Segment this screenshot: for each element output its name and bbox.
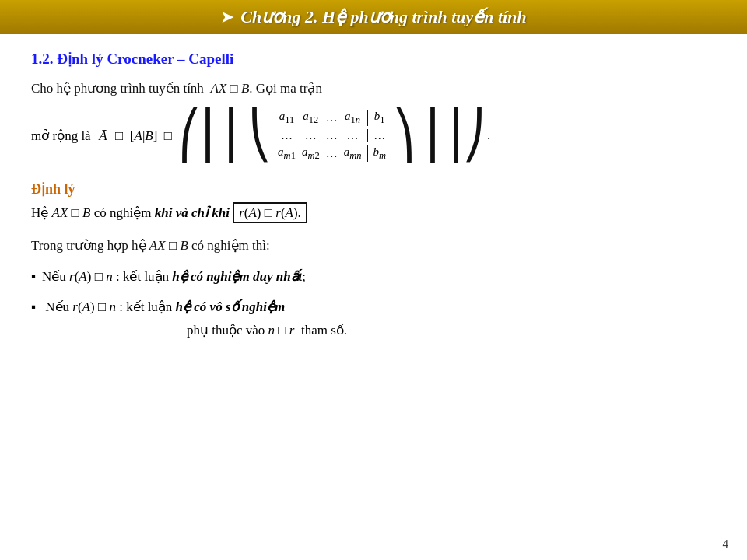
theorem-bold-italic: khi và chỉ khi [155, 205, 230, 220]
a-bar-label: Ā [99, 128, 107, 143]
header: ➤ Chương 2. Hệ phương trình tuyến tính [0, 0, 747, 34]
matrix-cell: … [302, 129, 320, 142]
matrix-table: a11 a12 … a1n b1 … … … … … [272, 107, 392, 165]
theorem-boxed: r(A) □ r(A). [233, 202, 307, 223]
matrix-cell: a1n [344, 110, 362, 126]
case-2-conclusion: hệ có vô số nghiệm [176, 299, 286, 314]
matrix-cell: b1 [367, 110, 386, 126]
theorem-title: Định lý [31, 180, 716, 198]
table-row: … … … … … [278, 129, 386, 142]
matrix-cell: … [326, 110, 338, 126]
case-2-subtext: phụ thuộc vào n □ r tham số. [187, 320, 347, 341]
case-intro-text: Trong trường hợp hệ [31, 238, 149, 253]
matrix-cell: … [278, 129, 296, 142]
theorem-ax-b: AX □ B [52, 205, 91, 220]
dot-after-matrix: . [487, 128, 490, 143]
header-title: Chương 2. Hệ phương trình tuyến tính [240, 7, 527, 27]
bullet-2-icon: ▪ [31, 299, 36, 314]
case-2-line1: ▪ Nếu r(A) □ n : kết luận hệ có vô số ng… [31, 296, 285, 317]
case-ax-b: AX □ B [149, 238, 188, 253]
matrix-cell: … [326, 145, 338, 162]
matrix-section: mở rộng là Ā □ [A|B] □ ⎛⎜⎜⎝ a11 a12 … a… [31, 107, 716, 165]
case-1-item: ▪ Nếu r(A) □ n : kết luận hệ có nghiệm d… [31, 266, 716, 287]
right-bracket-icon: ⎞⎟⎟⎠ [392, 112, 486, 159]
case-1-text: Nếu r(A) □ n : kết luận hệ có nghiệm duy… [42, 266, 306, 287]
ax-eq-b-intro: AX □ B [210, 81, 249, 96]
matrix-cell: … [344, 129, 362, 142]
intro-paragraph: Cho hệ phương trình tuyến tính AX □ B. G… [31, 79, 716, 99]
matrix-cell: bm [367, 145, 386, 162]
matrix-cell: … [326, 129, 338, 142]
matrix-cell: am2 [302, 145, 320, 162]
page-number: 4 [723, 537, 729, 551]
section-name: Định lý Crocneker – Capelli [57, 51, 233, 67]
case-intro-paragraph: Trong trường hợp hệ AX □ B có nghiệm thì… [31, 236, 716, 256]
header-arrow-icon: ➤ [220, 7, 234, 27]
goi-text: . Gọi ma trận [249, 81, 322, 96]
matrix-cell: amn [344, 145, 362, 162]
matrix-cell: am1 [278, 145, 296, 162]
theorem-body: Hệ AX □ B có nghiệm khi và chỉ khi r(A) … [31, 202, 716, 223]
case-2-text: Nếu r(A) □ n : kết luận hệ có vô số nghi… [45, 299, 285, 314]
mo-rong-label: mở rộng là Ā □ [A|B] □ [31, 128, 172, 144]
section-number: 1.2. [31, 51, 54, 67]
slide: ➤ Chương 2. Hệ phương trình tuyến tính 1… [0, 0, 747, 560]
theorem-section: Định lý Hệ AX □ B có nghiệm khi và chỉ k… [31, 180, 716, 223]
case-1-conclusion: hệ có nghiệm duy nhất [172, 269, 302, 284]
matrix-cell: a11 [278, 110, 296, 126]
section-title: 1.2. Định lý Crocneker – Capelli [31, 50, 716, 68]
cases-section: ▪ Nếu r(A) □ n : kết luận hệ có nghiệm d… [31, 266, 716, 341]
table-row: a11 a12 … a1n b1 [278, 110, 386, 126]
case-2-item: ▪ Nếu r(A) □ n : kết luận hệ có vô số ng… [31, 296, 716, 340]
table-row: am1 am2 … amn bm [278, 145, 386, 162]
matrix-container: ⎛⎜⎜⎝ a11 a12 … a1n b1 … … … [178, 107, 490, 165]
left-bracket-icon: ⎛⎜⎜⎝ [178, 112, 272, 159]
case-intro-end: có nghiệm thì: [191, 238, 270, 253]
theorem-body-start: Hệ [31, 205, 52, 220]
bullet-1-icon: ▪ [31, 266, 36, 287]
matrix-cell: a12 [302, 110, 320, 126]
theorem-body-mid: có nghiệm [94, 205, 155, 220]
matrix-cell: … [367, 129, 386, 142]
intro-text: Cho hệ phương trình tuyến tính [31, 81, 204, 96]
content-area: 1.2. Định lý Crocneker – Capelli Cho hệ … [0, 34, 747, 560]
